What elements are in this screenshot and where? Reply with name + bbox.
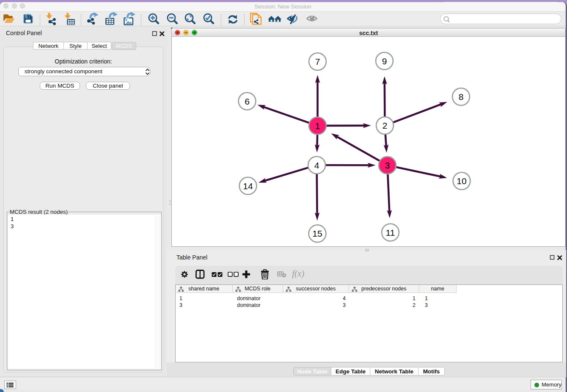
svg-text:8: 8 (459, 92, 464, 102)
svg-text:15: 15 (312, 229, 322, 238)
svg-text:9: 9 (382, 56, 387, 66)
svg-text:6: 6 (245, 97, 250, 106)
svg-text:3: 3 (385, 160, 390, 170)
svg-text:1: 1 (315, 121, 320, 131)
svg-text:10: 10 (457, 176, 466, 186)
svg-text:14: 14 (243, 181, 253, 191)
svg-text:11: 11 (386, 228, 395, 237)
svg-text:4: 4 (314, 160, 319, 170)
svg-text:2: 2 (383, 121, 388, 130)
svg-text:7: 7 (315, 57, 320, 66)
